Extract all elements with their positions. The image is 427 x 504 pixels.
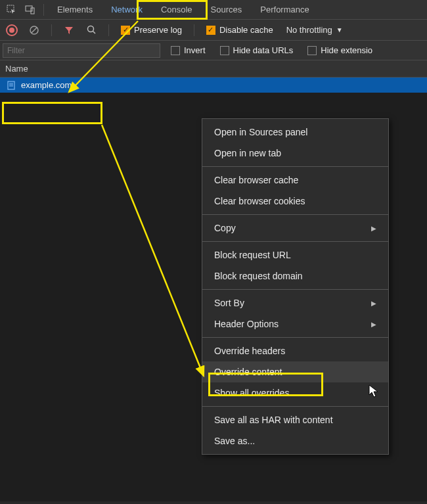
menu-show-overrides[interactable]: Show all overrides xyxy=(202,382,388,403)
checkbox-icon: ✓ xyxy=(206,26,215,35)
menu-override-headers[interactable]: Override headers xyxy=(202,340,388,361)
invert-label: Invert xyxy=(184,45,206,55)
menu-open-sources[interactable]: Open in Sources panel xyxy=(202,122,388,143)
checkbox-icon: ✓ xyxy=(121,26,130,35)
menu-clear-cookies[interactable]: Clear browser cookies xyxy=(202,191,388,212)
chevron-right-icon: ▶ xyxy=(371,225,376,232)
menu-save-har[interactable]: Save all as HAR with content xyxy=(202,409,388,430)
chevron-down-icon: ▼ xyxy=(336,26,343,34)
checkbox-icon xyxy=(171,46,180,55)
request-name: example.com xyxy=(21,80,72,90)
divider xyxy=(194,24,194,36)
devtools-tab-bar: Elements Network Console Sources Perform… xyxy=(0,0,427,20)
request-row-selected[interactable]: example.com xyxy=(0,78,427,93)
menu-sort-by[interactable]: Sort By▶ xyxy=(202,292,388,313)
menu-open-tab[interactable]: Open in new tab xyxy=(202,143,388,164)
divider xyxy=(108,24,109,36)
network-toolbar: ✓ Preserve log ✓ Disable cache No thrott… xyxy=(0,20,427,41)
context-menu: Open in Sources panel Open in new tab Cl… xyxy=(202,118,389,455)
menu-copy[interactable]: Copy▶ xyxy=(202,218,388,239)
menu-separator xyxy=(202,214,388,215)
menu-separator xyxy=(202,289,388,290)
search-icon[interactable] xyxy=(82,21,101,39)
disable-cache-checkbox[interactable]: ✓ Disable cache xyxy=(202,25,277,35)
document-icon xyxy=(7,81,16,90)
svg-rect-7 xyxy=(8,81,14,89)
divider xyxy=(51,24,52,36)
tab-console[interactable]: Console xyxy=(152,1,202,18)
hide-extension-label: Hide extensio xyxy=(321,45,372,55)
tab-network[interactable]: Network xyxy=(102,1,152,18)
column-header-name[interactable]: Name xyxy=(0,60,427,78)
menu-block-url[interactable]: Block request URL xyxy=(202,244,388,265)
hide-extension-checkbox[interactable]: Hide extensio xyxy=(303,45,376,55)
menu-separator xyxy=(202,241,388,242)
filter-input[interactable] xyxy=(3,43,160,58)
hide-data-urls-label: Hide data URLs xyxy=(233,45,294,55)
disable-cache-label: Disable cache xyxy=(219,25,273,35)
svg-point-5 xyxy=(87,26,93,32)
filter-icon[interactable] xyxy=(60,21,78,39)
tab-performance[interactable]: Performance xyxy=(251,1,318,18)
menu-block-domain[interactable]: Block request domain xyxy=(202,265,388,286)
menu-separator xyxy=(202,406,388,407)
svg-line-6 xyxy=(93,32,95,34)
filter-bar: Invert Hide data URLs Hide extensio xyxy=(0,41,427,60)
menu-clear-cache[interactable]: Clear browser cache xyxy=(202,170,388,191)
menu-save-as[interactable]: Save as... xyxy=(202,430,388,451)
svg-line-4 xyxy=(32,28,37,33)
record-button[interactable] xyxy=(3,21,21,39)
device-toggle-icon[interactable] xyxy=(21,1,39,19)
menu-separator xyxy=(202,166,388,167)
preserve-log-checkbox[interactable]: ✓ Preserve log xyxy=(117,25,186,35)
throttling-dropdown[interactable]: No throttling ▼ xyxy=(281,25,348,35)
menu-header-options[interactable]: Header Options▶ xyxy=(202,313,388,334)
checkbox-icon xyxy=(307,46,317,55)
chevron-right-icon: ▶ xyxy=(371,300,376,307)
checkbox-icon xyxy=(220,46,229,55)
chevron-right-icon: ▶ xyxy=(371,321,376,328)
menu-separator xyxy=(202,337,388,338)
throttling-label: No throttling xyxy=(286,25,332,35)
tab-sources[interactable]: Sources xyxy=(202,1,252,18)
clear-button[interactable] xyxy=(25,21,43,39)
inspect-icon[interactable] xyxy=(3,1,21,19)
invert-checkbox[interactable]: Invert xyxy=(167,45,210,55)
menu-override-content[interactable]: Override content xyxy=(202,361,388,382)
preserve-log-label: Preserve log xyxy=(134,25,182,35)
divider xyxy=(43,4,44,16)
tab-elements[interactable]: Elements xyxy=(48,1,102,18)
hide-data-urls-checkbox[interactable]: Hide data URLs xyxy=(216,45,298,55)
